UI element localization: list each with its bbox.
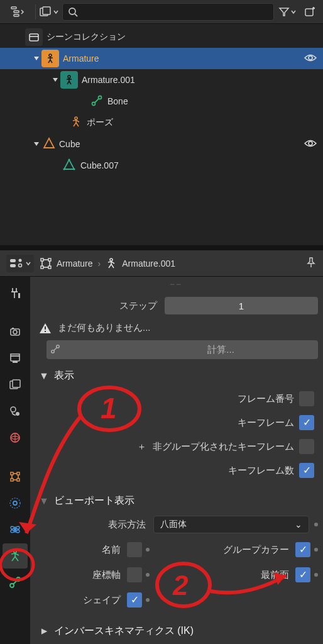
svg-rect-42	[10, 259, 16, 262]
properties-editor-type[interactable]	[6, 255, 34, 272]
svg-marker-36	[44, 138, 54, 148]
svg-marker-38	[64, 160, 74, 169]
object-icon	[40, 258, 52, 269]
svg-rect-11	[30, 34, 38, 41]
visibility-toggle[interactable]	[304, 139, 317, 150]
step-value-input[interactable]: 1	[165, 297, 318, 314]
svg-line-88	[13, 580, 17, 584]
svg-line-53	[108, 262, 111, 262]
infront-checkbox[interactable]	[295, 567, 310, 582]
tab-output[interactable]	[3, 346, 28, 371]
check-keyframe: キーフレーム	[35, 413, 318, 433]
svg-point-26	[92, 102, 96, 105]
properties-header: Armature › Armature.001	[0, 250, 323, 277]
collapse-toggle[interactable]: ▼	[38, 626, 50, 636]
svg-point-76	[10, 498, 20, 508]
new-collection-button[interactable]	[300, 3, 319, 21]
groupcolor-label: グループカラー	[216, 544, 292, 556]
search-input[interactable]	[62, 3, 274, 21]
item-label: Cube	[59, 139, 80, 149]
animate-dot[interactable]	[314, 523, 318, 526]
svg-rect-1	[14, 11, 19, 13]
area-splitter[interactable]	[0, 245, 323, 250]
svg-line-33	[74, 123, 76, 126]
svg-rect-47	[41, 258, 43, 261]
tab-object[interactable]	[3, 464, 28, 489]
checkbox[interactable]	[299, 463, 314, 478]
expand-toggle[interactable]	[31, 139, 41, 149]
animate-dot[interactable]	[146, 548, 150, 552]
warning-icon	[39, 323, 52, 334]
properties-tab-strip	[0, 277, 30, 644]
display-as-dropdown[interactable]: 八面体 ⌄	[153, 516, 309, 533]
outliner-item-pose[interactable]: ポーズ	[0, 112, 323, 133]
outliner-item-armature[interactable]: Armature	[0, 48, 323, 69]
scene-collection-row[interactable]: シーンコレクション	[0, 26, 323, 48]
svg-marker-13	[34, 57, 39, 60]
tab-world[interactable]	[3, 425, 28, 450]
display-panel-header[interactable]: ▼ 表示	[35, 363, 318, 385]
svg-rect-4	[43, 7, 50, 14]
check-ungrouped-keyframe: ＋ 非グループ化されたキーフレーム	[35, 436, 318, 457]
outliner-header	[0, 0, 323, 24]
outliner-item-cube-data[interactable]: Cube.007	[0, 155, 323, 176]
tab-scene[interactable]	[3, 399, 28, 424]
pin-button[interactable]	[305, 257, 317, 270]
checkbox[interactable]	[299, 391, 314, 406]
breadcrumb-object[interactable]: Armature	[57, 258, 93, 269]
editor-type-dropdown[interactable]	[4, 3, 31, 21]
viewport-display-panel-header[interactable]: ▼ ビューポート表示	[35, 488, 318, 510]
tab-physics[interactable]	[3, 517, 28, 542]
breadcrumb-data[interactable]: Armature.001	[122, 258, 175, 269]
animate-dot[interactable]	[314, 548, 318, 552]
tab-viewlayer[interactable]	[3, 372, 28, 397]
name-checkbox[interactable]	[127, 542, 142, 557]
breadcrumb: Armature › Armature.001	[40, 258, 175, 269]
tab-bone[interactable]	[3, 570, 28, 595]
animate-dot[interactable]	[314, 573, 318, 577]
animate-dot[interactable]	[146, 573, 150, 577]
svg-line-34	[76, 123, 79, 126]
svg-rect-2	[14, 14, 19, 16]
tab-armature-data[interactable]	[3, 543, 28, 569]
outliner-tree: シーンコレクション Armature Armature.001 Bone	[0, 24, 323, 245]
ik-panel-header[interactable]: ▼ インバースキネマティクス (IK)	[35, 618, 318, 640]
row-shape: シェイプ	[35, 589, 318, 611]
svg-point-51	[110, 258, 112, 261]
shape-checkbox[interactable]	[127, 592, 142, 608]
outliner-item-bone[interactable]: Bone	[0, 91, 323, 112]
tab-constraints[interactable]	[3, 491, 28, 516]
tab-tool[interactable]	[3, 280, 28, 306]
armature-icon	[41, 50, 59, 67]
axes-label: 座標軸	[35, 569, 123, 581]
groupcolor-checkbox[interactable]	[295, 542, 310, 557]
svg-rect-74	[17, 479, 19, 481]
outliner-item-armature-data[interactable]: Armature.001	[0, 69, 323, 91]
collapse-toggle[interactable]: ▼	[39, 370, 49, 382]
scene-collection-label: シーンコレクション	[47, 31, 126, 43]
svg-rect-60	[12, 328, 14, 329]
axes-checkbox[interactable]	[127, 567, 142, 582]
animate-dot[interactable]	[146, 598, 150, 602]
svg-rect-62	[11, 356, 19, 361]
filter-dropdown[interactable]	[278, 3, 297, 21]
svg-line-83	[15, 553, 19, 555]
outliner-item-cube[interactable]: Cube	[0, 133, 323, 155]
row-axes-infront: 座標軸 最前面	[35, 564, 318, 586]
collapse-toggle[interactable]: ▼	[39, 496, 49, 507]
checkbox[interactable]	[299, 439, 314, 454]
expand-toggle[interactable]	[50, 75, 60, 85]
svg-point-61	[13, 330, 17, 334]
dropdown-value: 八面体	[160, 519, 187, 530]
checkbox[interactable]	[299, 415, 314, 430]
display-mode-dropdown[interactable]	[40, 3, 58, 21]
tab-render[interactable]	[3, 319, 28, 345]
svg-marker-35	[34, 142, 39, 146]
expand-toggle[interactable]	[31, 53, 41, 64]
panel-title: 表示	[54, 369, 74, 382]
visibility-toggle[interactable]	[304, 53, 317, 64]
bone-icon	[50, 344, 60, 356]
svg-point-80	[14, 550, 16, 553]
svg-line-84	[12, 557, 15, 561]
compute-button[interactable]: 計算...	[47, 340, 318, 359]
